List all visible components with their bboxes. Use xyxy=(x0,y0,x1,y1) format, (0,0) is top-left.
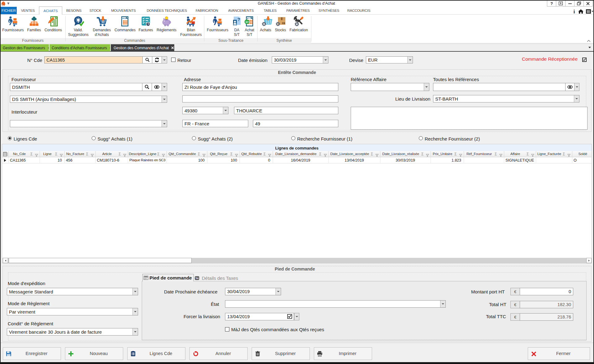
svg-text:?: ? xyxy=(237,17,240,22)
svg-text:Tax: Tax xyxy=(195,277,199,279)
svg-text:ST: ST xyxy=(245,21,249,24)
